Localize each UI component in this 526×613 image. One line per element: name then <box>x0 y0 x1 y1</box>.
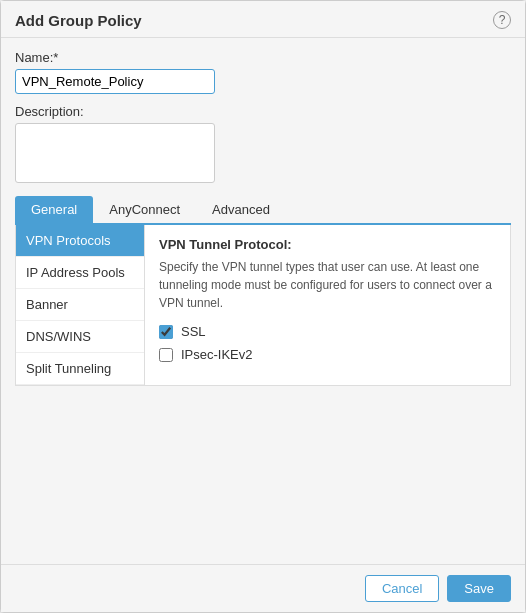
ipsec-checkbox-row: IPsec-IKEv2 <box>159 347 496 362</box>
main-content: VPN Tunnel Protocol: Specify the VPN tun… <box>145 225 511 386</box>
description-textarea[interactable] <box>15 123 215 183</box>
dialog-header: Add Group Policy ? <box>1 1 525 38</box>
help-icon[interactable]: ? <box>493 11 511 29</box>
sidebar: VPN Protocols IP Address Pools Banner DN… <box>15 225 145 386</box>
tabs-container: General AnyConnect Advanced <box>15 196 511 225</box>
section-title: VPN Tunnel Protocol: <box>159 237 496 252</box>
name-field-group: Name:* <box>15 50 511 94</box>
description-field-group: Description: <box>15 104 511 186</box>
sidebar-item-ip-address-pools[interactable]: IP Address Pools <box>16 257 144 289</box>
ipsec-ikev2-checkbox[interactable] <box>159 348 173 362</box>
ssl-checkbox[interactable] <box>159 325 173 339</box>
name-label: Name:* <box>15 50 511 65</box>
tab-anyconnect[interactable]: AnyConnect <box>93 196 196 223</box>
name-input[interactable] <box>15 69 215 94</box>
content-area: VPN Protocols IP Address Pools Banner DN… <box>15 225 511 386</box>
dialog-body: Name:* Description: General AnyConnect A… <box>1 38 525 564</box>
cancel-button[interactable]: Cancel <box>365 575 439 602</box>
sidebar-item-dns-wins[interactable]: DNS/WINS <box>16 321 144 353</box>
description-label: Description: <box>15 104 511 119</box>
tab-general[interactable]: General <box>15 196 93 223</box>
add-group-policy-dialog: Add Group Policy ? Name:* Description: G… <box>0 0 526 613</box>
dialog-footer: Cancel Save <box>1 564 525 612</box>
ssl-checkbox-row: SSL <box>159 324 496 339</box>
tab-advanced[interactable]: Advanced <box>196 196 286 223</box>
sidebar-item-split-tunneling[interactable]: Split Tunneling <box>16 353 144 385</box>
sidebar-item-banner[interactable]: Banner <box>16 289 144 321</box>
ipsec-label: IPsec-IKEv2 <box>181 347 253 362</box>
save-button[interactable]: Save <box>447 575 511 602</box>
ssl-label: SSL <box>181 324 206 339</box>
sidebar-item-vpn-protocols[interactable]: VPN Protocols <box>16 225 144 257</box>
section-desc: Specify the VPN tunnel types that user c… <box>159 258 496 312</box>
dialog-title: Add Group Policy <box>15 12 142 29</box>
